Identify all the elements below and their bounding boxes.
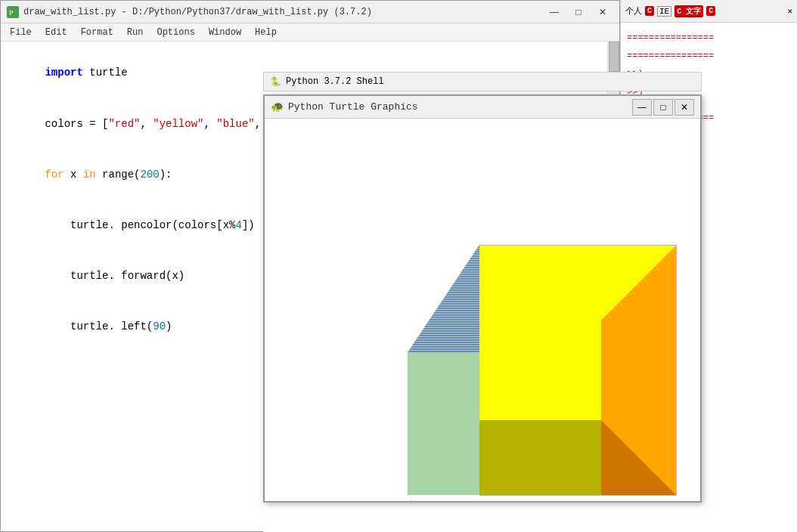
ide-menubar: File Edit Format Run Options Window Help (1, 23, 619, 42)
ide-titlebar: P draw_with_list.py - D:/Python/Python37… (1, 1, 619, 23)
turtle-close[interactable]: ✕ (675, 99, 694, 116)
menu-file[interactable]: File (4, 24, 38, 41)
menu-run[interactable]: Run (121, 24, 150, 41)
turtle-maximize[interactable]: □ (653, 99, 673, 116)
close-button[interactable]: ✕ (592, 4, 613, 20)
turtle-titlebar-left: 🐢 Python Turtle Graphics (271, 101, 418, 113)
turtle-cursor (408, 500, 414, 501)
maximize-button[interactable]: □ (568, 4, 589, 20)
csdn-icon-3: C (706, 6, 715, 16)
menu-edit[interactable]: Edit (39, 24, 73, 41)
titlebar-controls: — □ ✕ (544, 4, 613, 20)
rp-personal: 个人 (625, 5, 642, 17)
shell-header: 🐍 Python 3.7.2 Shell (263, 72, 702, 91)
turtle-icon: 🐢 (271, 101, 284, 113)
svg-text:P: P (9, 10, 13, 17)
turtle-window: 🐢 Python Turtle Graphics — □ ✕ (263, 94, 702, 503)
menu-format[interactable]: Format (75, 24, 119, 41)
ide-icon: P (7, 6, 19, 18)
scrollbar-thumb[interactable] (609, 42, 619, 72)
turtle-drawing (265, 119, 700, 501)
menu-options[interactable]: Options (150, 24, 200, 41)
menu-help[interactable]: Help (249, 24, 283, 41)
rp-line-2: ================ (627, 47, 791, 65)
ide-title: draw_with_list.py - D:/Python/Python37/d… (23, 7, 372, 17)
rp-ie: IE (657, 6, 671, 17)
turtle-controls: — □ ✕ (632, 99, 694, 116)
menu-window[interactable]: Window (203, 24, 247, 41)
shell-title: Python 3.7.2 Shell (286, 76, 384, 87)
rp-close[interactable]: ✕ (787, 6, 792, 16)
minimize-button[interactable]: — (544, 4, 565, 20)
turtle-title: Python Turtle Graphics (288, 101, 418, 113)
rp-line-1: ================ (627, 29, 791, 47)
shell-icon: 🐍 (270, 76, 281, 88)
titlebar-left: P draw_with_list.py - D:/Python/Python37… (7, 6, 372, 18)
turtle-canvas (265, 119, 700, 501)
csdn-icon-1: C (645, 6, 654, 16)
right-panel-header: 个人 C IE C 文字 C ✕ (621, 0, 797, 23)
csdn-icon-2: C 文字 (675, 5, 703, 17)
turtle-titlebar: 🐢 Python Turtle Graphics — □ ✕ (265, 96, 700, 119)
turtle-minimize[interactable]: — (632, 99, 652, 116)
